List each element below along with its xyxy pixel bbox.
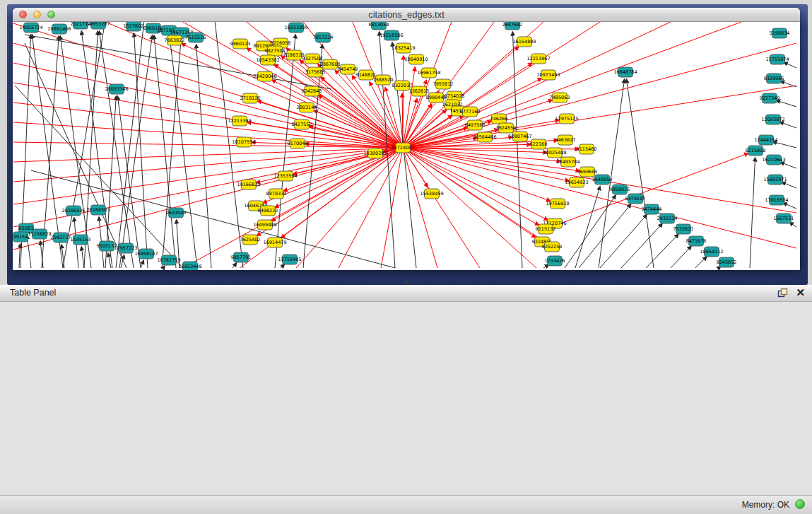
network-canvas[interactable]: 1405572420891406202171410653287152760269…	[13, 22, 800, 270]
graph-node[interactable]: 8990448	[426, 93, 447, 103]
graph-node[interactable]: 9115460	[577, 144, 597, 154]
graph-node[interactable]: 6497568	[465, 120, 486, 130]
graph-node[interactable]: 9227349	[760, 93, 780, 103]
svg-text:1527602: 1527602	[124, 23, 144, 29]
graph-node[interactable]: 19756928	[546, 199, 569, 209]
graph-node[interactable]: 12444154	[754, 135, 777, 145]
graph-node[interactable]: 8878334	[266, 189, 287, 199]
graph-node[interactable]: 15538459	[420, 189, 443, 199]
graph-node[interactable]: 6479197	[625, 194, 646, 204]
graph-node[interactable]: 2803144	[297, 103, 317, 112]
graph-node[interactable]: 12213967	[526, 54, 550, 64]
graph-node[interactable]: 9860123	[230, 39, 251, 49]
graph-node[interactable]: 9252254	[542, 242, 563, 252]
graph-node[interactable]: 16782759	[157, 255, 180, 265]
graph-node[interactable]: 2042737	[51, 233, 71, 243]
close-icon[interactable]: ✕	[796, 286, 805, 299]
graph-node[interactable]: 9245652	[717, 257, 737, 267]
graph-node[interactable]: 1633049	[166, 208, 187, 218]
graph-node[interactable]: 8454749	[338, 64, 358, 74]
graph-node[interactable]: 3175685	[305, 67, 326, 77]
graph-node[interactable]: 14055724	[19, 23, 42, 33]
svg-text:1640954: 1640954	[592, 177, 613, 182]
graph-node[interactable]: 20206536	[61, 206, 85, 216]
graph-node[interactable]: 12975125	[555, 114, 578, 124]
graph-node[interactable]: 16961758	[417, 68, 440, 78]
graph-node[interactable]: 2718126	[240, 93, 261, 103]
svg-text:9699695: 9699695	[577, 169, 598, 175]
graph-node[interactable]: 7857224	[313, 33, 334, 42]
graph-node[interactable]: 18495784	[556, 157, 579, 167]
citation-network-graph[interactable]: 1405572420891406202171410653287152760269…	[13, 22, 800, 270]
graph-node[interactable]: 9242848	[302, 86, 322, 96]
float-window-icon[interactable]	[777, 288, 788, 298]
svg-text:9245652: 9245652	[717, 259, 737, 265]
graph-node[interactable]: 7955812	[433, 79, 454, 89]
graph-node[interactable]: 16033809	[284, 23, 307, 33]
graph-node[interactable]: 5198934	[770, 28, 790, 38]
graph-node[interactable]: 746266	[490, 114, 508, 124]
graph-node[interactable]: 9699695	[577, 167, 598, 177]
graph-node[interactable]: 12353594	[273, 171, 297, 181]
graph-node[interactable]: 9463627	[555, 135, 576, 145]
graph-node[interactable]: 18640910	[404, 54, 428, 64]
graph-node[interactable]: 622160	[530, 139, 548, 149]
graph-node[interactable]: 12923448	[178, 262, 201, 270]
graph-node[interactable]: 7532621	[673, 224, 694, 234]
graph-node[interactable]: 9329966	[764, 74, 784, 83]
graph-node[interactable]: 10543382	[256, 55, 279, 65]
graph-node[interactable]: 8427552	[292, 119, 312, 129]
graph-node[interactable]: 16154808	[512, 37, 536, 47]
graph-node[interactable]: 8813054	[369, 22, 389, 30]
graph-node[interactable]: 10025488	[543, 148, 566, 158]
graph-node[interactable]: 10654112	[700, 247, 723, 257]
svg-text:3175685: 3175685	[305, 69, 326, 75]
graph-node[interactable]: 19654923	[565, 177, 588, 187]
graph-node[interactable]: 22420046	[253, 71, 276, 81]
graph-node[interactable]: 1733426	[545, 256, 565, 266]
graph-node[interactable]: 16210643	[762, 155, 785, 165]
graph-node[interactable]: 9474444	[642, 204, 662, 214]
network-window-titlebar[interactable]: citations_edges.txt	[13, 8, 800, 22]
graph-node[interactable]: 10653287	[86, 22, 110, 29]
graph-node[interactable]: 1145153	[71, 235, 91, 245]
graph-node[interactable]: 8186328	[284, 50, 305, 60]
graph-node[interactable]: 9777169	[460, 107, 481, 117]
graph-node[interactable]: 9170044	[288, 139, 308, 148]
graph-node[interactable]: 19218586	[379, 30, 403, 40]
graph-node[interactable]: 7663822	[165, 35, 185, 45]
graph-node[interactable]: 16914479	[263, 238, 286, 247]
graph-node[interactable]: 3624554	[496, 123, 517, 133]
graph-node[interactable]: 20891406	[47, 24, 71, 34]
graph-node[interactable]: 1588520	[373, 75, 394, 85]
graph-node[interactable]: 15716485	[278, 255, 301, 264]
graph-node[interactable]: 1527602	[124, 22, 144, 31]
graph-node[interactable]: 16958107	[134, 249, 158, 259]
graph-node[interactable]: 18325419	[392, 43, 415, 53]
graph-node[interactable]: 12093872	[761, 115, 784, 124]
graph-node[interactable]: 7515526	[186, 33, 206, 42]
split-pane-grip[interactable]	[403, 280, 408, 284]
graph-node[interactable]: 9498222	[258, 206, 278, 216]
graph-node[interactable]: 7625402	[240, 235, 261, 245]
graph-node[interactable]: 9115132	[536, 224, 556, 234]
graph-node[interactable]: 1640954	[592, 175, 613, 185]
graph-node[interactable]: 8471676	[686, 236, 707, 246]
graph-node[interactable]: 10807467	[508, 132, 531, 141]
graph-node[interactable]: 19166825	[237, 180, 260, 189]
graph-node[interactable]: 12213393	[228, 116, 251, 126]
graph-node[interactable]: 8215958	[746, 146, 766, 156]
graph-node[interactable]: 9857791	[231, 252, 252, 262]
graph-node[interactable]: 9858925	[610, 185, 630, 194]
graph-node[interactable]: 2687682	[502, 22, 523, 30]
graph-node[interactable]: 16099489	[253, 220, 276, 230]
graph-node[interactable]: 20160503	[86, 205, 110, 215]
graph-node[interactable]: 9827503	[265, 46, 286, 56]
graph-node[interactable]: 11156829	[28, 229, 51, 239]
graph-node[interactable]: 2935114	[657, 214, 678, 223]
graph-node[interactable]: 10973493	[536, 70, 560, 80]
graph-node[interactable]: 1167531	[774, 214, 794, 223]
graph-node[interactable]: 39154	[13, 232, 28, 242]
graph-node[interactable]: 16648784	[613, 67, 637, 77]
graph-node[interactable]: 7485063	[550, 93, 570, 103]
